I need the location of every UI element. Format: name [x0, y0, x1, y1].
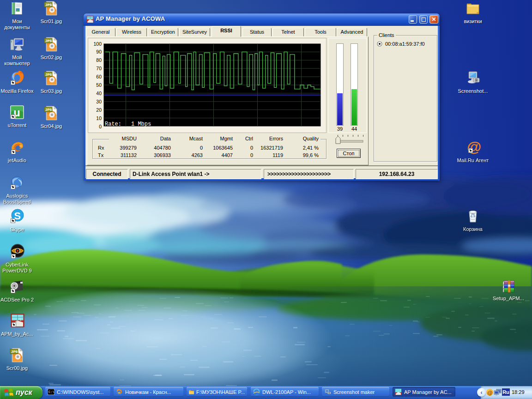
svg-text:100: 100 [93, 41, 102, 47]
svg-text:C:\: C:\ [48, 390, 54, 394]
svg-text:30: 30 [96, 99, 102, 104]
svg-text:40: 40 [96, 91, 102, 96]
svg-text:0: 0 [99, 124, 102, 129]
svg-text:10: 10 [96, 115, 102, 121]
svg-text:70: 70 [96, 66, 102, 71]
svg-text:1 Mbps: 1 Mbps [131, 121, 151, 127]
svg-text:39: 39 [337, 126, 343, 132]
svg-text:60: 60 [96, 74, 102, 79]
svg-text:50: 50 [96, 82, 102, 88]
svg-text:20: 20 [96, 107, 102, 113]
svg-text:Rate:: Rate: [105, 121, 121, 127]
svg-text:44: 44 [351, 126, 357, 132]
svg-text:80: 80 [96, 57, 102, 63]
svg-text:90: 90 [96, 49, 102, 54]
